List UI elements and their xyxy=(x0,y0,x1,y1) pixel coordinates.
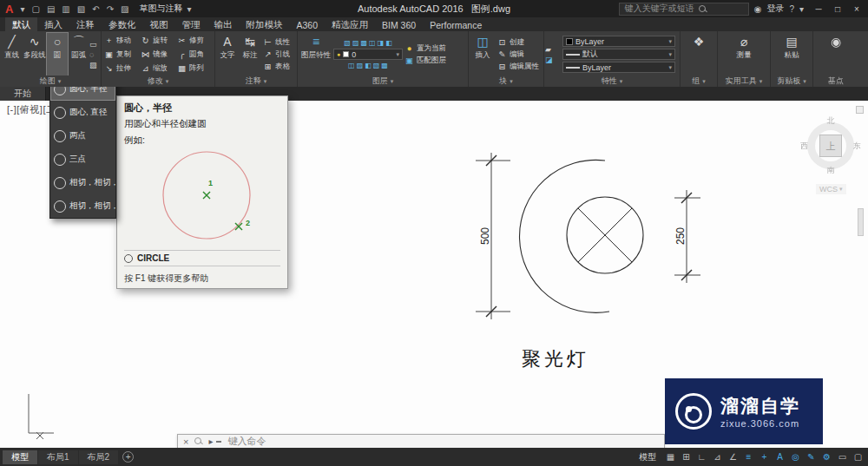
layer-thaw-icon[interactable]: ◧ xyxy=(385,39,392,47)
viewcube[interactable]: 上 北 南 西 东 xyxy=(803,118,858,174)
undo-icon[interactable]: ↶ xyxy=(90,4,101,14)
edit-block-button[interactable]: ✎编辑 xyxy=(496,49,541,60)
tab-view[interactable]: 视图 xyxy=(143,17,175,31)
layers-panel-footer[interactable]: 图层 ▾ xyxy=(298,75,468,87)
viewcube-south-label[interactable]: 南 xyxy=(827,165,835,176)
tab-performance[interactable]: Performance xyxy=(423,17,489,31)
print-icon[interactable]: ▧ xyxy=(76,4,87,14)
linear-button[interactable]: ⊢线性 xyxy=(261,37,296,48)
command-search-icon[interactable] xyxy=(194,437,202,445)
autocad-logo-icon[interactable]: A xyxy=(3,3,15,16)
tab-output[interactable]: 输出 xyxy=(207,17,240,31)
help-caret-icon[interactable]: ▾ xyxy=(799,4,804,14)
stretch-button[interactable]: ↘拉伸 xyxy=(102,62,139,75)
layer-merge-icon[interactable]: ▧ xyxy=(373,62,380,69)
viewcube-north-label[interactable]: 北 xyxy=(827,115,835,127)
menu-item-center-diameter[interactable]: 圆心, 直径 xyxy=(50,101,115,124)
annoscale-toggle-icon[interactable]: ◎ xyxy=(788,450,803,464)
menu-item-tan-tan-radius[interactable]: 相切，相切，半径 xyxy=(50,171,115,194)
layer-on-icon[interactable]: ◨ xyxy=(378,39,385,47)
trim-button[interactable]: ✂修剪 xyxy=(175,34,212,48)
open-file-icon[interactable]: ▤ xyxy=(45,4,56,14)
edit-attributes-button[interactable]: ⊟编辑属性 xyxy=(496,62,541,72)
wcs-selector[interactable]: WCS ▾ xyxy=(816,184,846,194)
match-properties-icon[interactable]: ▰ xyxy=(545,45,562,54)
move-button[interactable]: +移动 xyxy=(102,34,139,48)
viewcube-east-label[interactable]: 东 xyxy=(853,141,861,152)
menu-item-2point[interactable]: 两点 xyxy=(50,124,115,148)
arc-entity[interactable] xyxy=(520,160,609,312)
add-layout-button[interactable]: + xyxy=(122,451,134,463)
layer-freeze-icon[interactable]: ▩ xyxy=(360,39,367,47)
group-panel-footer[interactable]: 组 ▾ xyxy=(681,75,717,87)
rotate-button[interactable]: ↻旋转 xyxy=(139,34,175,48)
hatch-icon[interactable]: ▨ xyxy=(89,61,100,69)
tab-home[interactable]: 默认 xyxy=(5,17,37,31)
tab-addins[interactable]: 附加模块 xyxy=(240,17,290,31)
layout-tab-layout2[interactable]: 布局2 xyxy=(79,450,119,464)
plot-icon[interactable]: ▨ xyxy=(119,4,130,14)
rectangle-icon[interactable]: ▭ xyxy=(89,40,100,49)
fillet-button[interactable]: ╭圆角 xyxy=(175,48,212,62)
user-icon[interactable]: ◉ xyxy=(754,4,762,14)
measure-button[interactable]: ⌀ 测量 xyxy=(729,33,759,75)
viewcube-top-face[interactable]: 上 xyxy=(819,135,842,157)
paste-button[interactable]: ▤ 粘贴 xyxy=(779,33,805,75)
layout-tab-layout1[interactable]: 布局1 xyxy=(38,450,78,464)
tab-featured-apps[interactable]: 精选应用 xyxy=(325,17,375,31)
tab-a360[interactable]: A360 xyxy=(290,17,326,31)
draw-panel-footer[interactable]: 绘图 ▾ xyxy=(0,75,101,87)
tab-insert[interactable]: 插入 xyxy=(37,17,69,31)
copy-button[interactable]: ▣复制 xyxy=(102,48,139,62)
tab-parametric[interactable]: 参数化 xyxy=(102,17,143,31)
search-input[interactable]: 键入关键字或短语 xyxy=(619,3,749,16)
ortho-toggle-icon[interactable]: ∟ xyxy=(694,450,709,464)
layer-lock-icon[interactable]: ◫ xyxy=(369,39,376,47)
clean-screen-icon[interactable]: ▢ xyxy=(851,450,865,464)
layer-walk-icon[interactable]: ◫ xyxy=(348,62,355,69)
tab-bim360[interactable]: BIM 360 xyxy=(375,17,423,31)
angle-toggle-icon[interactable]: ∠ xyxy=(726,450,740,464)
command-line[interactable]: × ▸ 键入命令 xyxy=(177,434,665,449)
modify-panel-footer[interactable]: 修改 ▾ xyxy=(102,75,214,87)
save-icon[interactable]: ▥ xyxy=(60,4,71,14)
array-button[interactable]: ▦阵列 xyxy=(175,62,212,75)
properties-palette-icon[interactable]: ◪ xyxy=(545,56,562,64)
model-space-toggle[interactable]: 模型 xyxy=(633,451,662,463)
help-icon[interactable]: ? xyxy=(789,4,794,14)
ellipse-icon[interactable]: ◌ xyxy=(89,50,100,59)
maximize-button[interactable]: □ xyxy=(828,0,847,17)
close-button[interactable]: × xyxy=(847,0,866,17)
polyline-button[interactable]: ∿ 多段线 xyxy=(23,33,47,75)
group-button[interactable]: ❖ xyxy=(687,33,710,75)
grid-toggle-icon[interactable]: ▦ xyxy=(663,450,678,464)
block-panel-footer[interactable]: 块 ▾ xyxy=(469,75,543,87)
menu-item-tan-tan-tan[interactable]: 相切，相切，相切 xyxy=(50,194,115,218)
clipboard-panel-footer[interactable]: 剪贴板 ▾ xyxy=(771,75,812,87)
workspace-toggle-icon[interactable]: ✎ xyxy=(804,450,819,464)
basepoint-panel-footer[interactable]: 基点 xyxy=(813,75,858,87)
command-close-icon[interactable]: × xyxy=(183,436,188,447)
search-icon[interactable] xyxy=(699,5,707,13)
utilities-panel-footer[interactable]: 实用工具 ▾ xyxy=(718,75,770,87)
navbar-widget[interactable] xyxy=(856,106,864,114)
create-block-button[interactable]: ⊡创建 xyxy=(496,37,541,48)
annotation-toggle-icon[interactable]: A xyxy=(773,450,787,464)
app-menu-caret-icon[interactable]: ▾ xyxy=(18,4,26,14)
isolate-objects-icon[interactable]: ▭ xyxy=(835,450,850,464)
properties-panel-footer[interactable]: 特性 ▾ xyxy=(544,75,680,87)
layer-state-icon[interactable]: ◧ xyxy=(365,62,372,69)
settings-gear-icon[interactable]: ⚙ xyxy=(819,450,834,464)
minimize-button[interactable]: ─ xyxy=(809,0,828,17)
line-button[interactable]: ╱ 直线 xyxy=(1,33,23,75)
layer-vpfreeze-icon[interactable]: ▨ xyxy=(357,62,364,69)
redo-icon[interactable]: ↷ xyxy=(105,4,115,14)
linetype-dropdown[interactable]: ByLayer ▾ xyxy=(562,62,675,73)
table-button[interactable]: ⊞表格 xyxy=(261,62,296,72)
tab-annotate[interactable]: 注释 xyxy=(69,17,102,31)
circle-button[interactable]: ○ 圆 xyxy=(47,33,69,75)
leader-button[interactable]: ↗引线 xyxy=(261,49,296,60)
tab-manage[interactable]: 管理 xyxy=(175,17,207,31)
basepoint-button[interactable]: ◉ xyxy=(825,33,847,75)
annotation-panel-footer[interactable]: 注释 ▾ xyxy=(215,75,297,87)
